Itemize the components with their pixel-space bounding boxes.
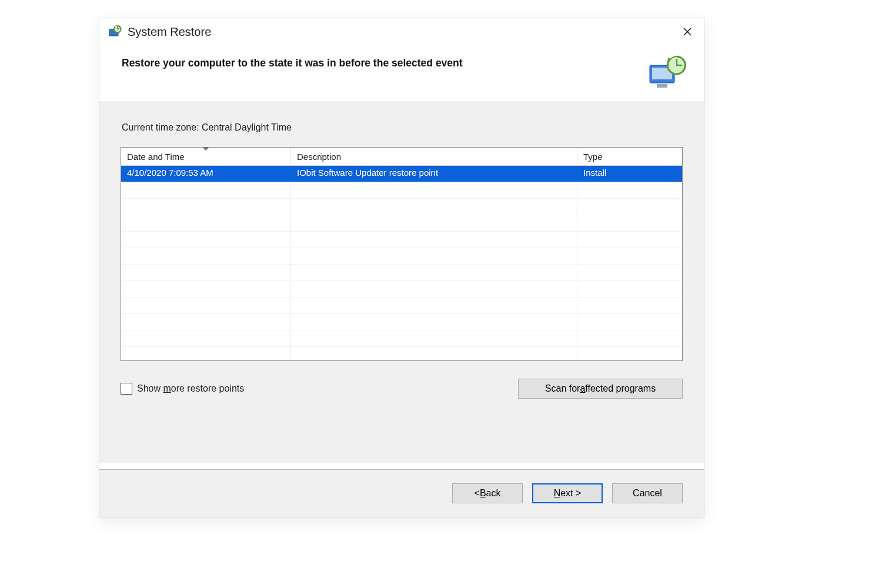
cell-type [577, 330, 682, 346]
header-pane: Restore your computer to the state it wa… [99, 45, 704, 102]
table-header: Date and Time Description Type [121, 148, 682, 166]
cell-datetime [121, 248, 291, 264]
cell-datetime [121, 199, 291, 215]
next-button[interactable]: Next > [532, 483, 603, 503]
close-button[interactable] [671, 18, 704, 45]
column-header-description[interactable]: Description [291, 148, 577, 165]
cell-description [291, 215, 577, 231]
cell-datetime: 4/10/2020 7:09:53 AM [121, 166, 291, 182]
svg-rect-4 [657, 84, 667, 88]
table-row [121, 232, 682, 248]
column-header-datetime[interactable]: Date and Time [121, 148, 291, 165]
system-restore-icon [108, 25, 122, 39]
cell-datetime [121, 265, 291, 280]
body-area: Current time zone: Central Daylight Time… [99, 102, 704, 463]
cell-datetime [121, 281, 291, 297]
cell-description [291, 248, 577, 264]
cell-type [577, 232, 682, 248]
below-table-row: Show more restore points Scan for affect… [121, 379, 683, 399]
cell-datetime [121, 314, 291, 330]
show-more-label: Show more restore points [137, 383, 244, 394]
cell-type [577, 182, 682, 198]
table-row [121, 347, 682, 360]
cell-description [291, 314, 577, 330]
cell-type [577, 347, 682, 360]
cell-type [577, 281, 682, 297]
system-restore-dialog: System Restore Restore your computer to … [99, 18, 704, 517]
table-row [121, 298, 682, 314]
headline: Restore your computer to the state it wa… [122, 54, 634, 69]
column-header-type[interactable]: Type [577, 148, 682, 165]
table-row [121, 281, 682, 298]
checkbox-box-icon [121, 383, 132, 395]
cancel-button[interactable]: Cancel [612, 483, 683, 503]
cell-type: Install [577, 166, 682, 182]
cell-type [577, 215, 682, 231]
cell-description [291, 330, 577, 346]
table-row [121, 248, 682, 265]
table-row [121, 330, 682, 347]
back-button[interactable]: < Back [452, 483, 523, 503]
timezone-label: Current time zone: Central Daylight Time [121, 102, 683, 147]
window-title: System Restore [128, 25, 211, 39]
cell-type [577, 298, 682, 313]
table-row [121, 182, 682, 199]
cell-description: IObit Software Updater restore point [291, 166, 577, 182]
table-row [121, 199, 682, 215]
table-row [121, 265, 682, 281]
cell-datetime [121, 298, 291, 313]
cell-type [577, 314, 682, 330]
restore-points-table: Date and Time Description Type 4/10/2020… [121, 147, 683, 361]
table-row[interactable]: 4/10/2020 7:09:53 AMIObit Software Updat… [121, 166, 682, 182]
footer: < Back Next > Cancel [99, 469, 704, 517]
titlebar: System Restore [99, 18, 704, 45]
show-more-checkbox[interactable]: Show more restore points [121, 383, 244, 395]
cell-description [291, 232, 577, 248]
cell-datetime [121, 330, 291, 346]
scan-affected-button[interactable]: Scan for affected programs [518, 379, 683, 399]
cell-type [577, 248, 682, 264]
table-row [121, 314, 682, 330]
cell-description [291, 298, 577, 313]
cell-datetime [121, 215, 291, 231]
cell-datetime [121, 347, 291, 360]
restore-illustration-icon [646, 54, 689, 91]
cell-description [291, 199, 577, 215]
cell-type [577, 265, 682, 280]
table-body: 4/10/2020 7:09:53 AMIObit Software Updat… [121, 166, 682, 360]
cell-description [291, 182, 577, 198]
close-icon [683, 28, 691, 36]
cell-datetime [121, 232, 291, 248]
cell-description [291, 281, 577, 297]
cell-description [291, 265, 577, 280]
cell-datetime [121, 182, 291, 198]
table-row [121, 215, 682, 232]
cell-type [577, 199, 682, 215]
cell-description [291, 347, 577, 360]
